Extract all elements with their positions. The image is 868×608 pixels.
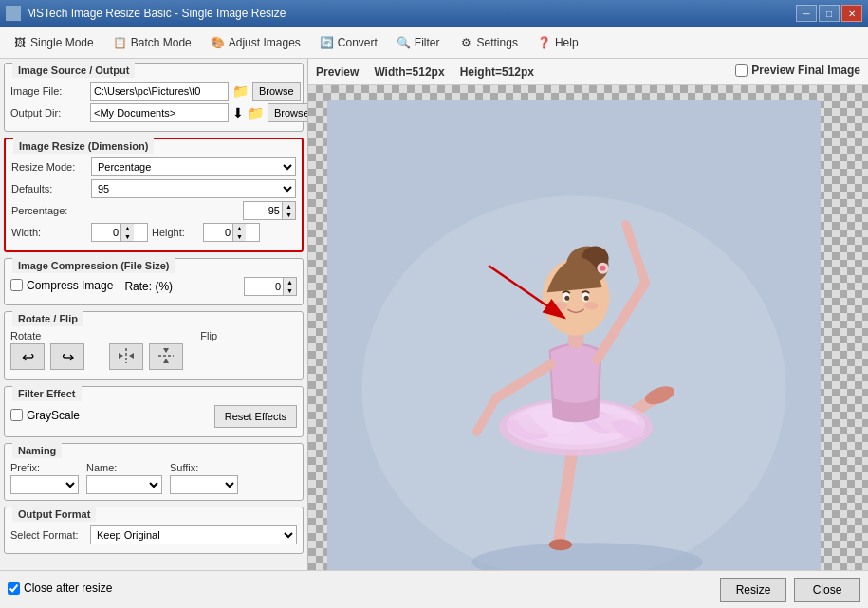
output-browse-icon: 📁 xyxy=(248,105,264,120)
menu-filter[interactable]: 🔍 Filter xyxy=(388,31,449,54)
format-label: Select Format: xyxy=(10,529,86,541)
menu-help[interactable]: ❓ Help xyxy=(528,31,587,54)
single-mode-icon: 🖼 xyxy=(12,35,28,50)
preview-panel: Preview Width=512px Height=512px Preview… xyxy=(308,59,868,570)
preview-width: Width=512px xyxy=(374,65,444,79)
resize-mode-label: Resize Mode: xyxy=(11,161,87,173)
format-select[interactable]: Keep Original JPEG PNG BMP GIF TIFF xyxy=(90,525,297,544)
image-source-title: Image Source / Output xyxy=(12,63,135,78)
height-down-btn[interactable]: ▼ xyxy=(232,232,246,241)
compress-checkbox[interactable] xyxy=(10,279,23,291)
width-input[interactable] xyxy=(92,224,120,241)
flip-label: Flip xyxy=(200,330,217,341)
output-format-title: Output Format xyxy=(12,507,96,522)
menu-adjust-images-label: Adjust Images xyxy=(229,36,301,49)
name-select[interactable] xyxy=(86,475,162,494)
menu-batch-mode[interactable]: 📋 Batch Mode xyxy=(104,31,200,54)
svg-point-12 xyxy=(549,539,572,550)
grayscale-checkbox[interactable] xyxy=(10,409,23,421)
menu-single-mode-label: Single Mode xyxy=(30,36,94,49)
height-input-wrap: ▲ ▼ xyxy=(203,223,260,242)
settings-icon: ⚙ xyxy=(459,35,474,50)
resize-mode-select[interactable]: Percentage Custom Size Long Side xyxy=(91,157,296,176)
percentage-down-btn[interactable]: ▼ xyxy=(282,211,295,219)
preview-final-checkbox[interactable] xyxy=(735,64,748,77)
width-label: Width: xyxy=(11,227,87,238)
batch-mode-icon: 📋 xyxy=(113,35,128,50)
width-down-btn[interactable]: ▼ xyxy=(120,232,134,241)
suffix-label: Suffix: xyxy=(170,462,238,473)
help-icon: ❓ xyxy=(537,35,552,50)
svg-marker-1 xyxy=(119,353,123,359)
image-compression-title: Image Compression (File Size) xyxy=(12,258,175,273)
svg-point-28 xyxy=(554,302,567,309)
rotate-left-icon: ↩ xyxy=(22,348,34,366)
title-bar: MSTech Image Resize Basic - Single Image… xyxy=(0,0,868,27)
menu-convert[interactable]: 🔄 Convert xyxy=(311,31,386,54)
menu-single-mode[interactable]: 🖼 Single Mode xyxy=(4,31,102,54)
rate-input-wrap: ▲ ▼ xyxy=(244,277,297,296)
menu-settings[interactable]: ⚙ Settings xyxy=(451,31,526,54)
menu-settings-label: Settings xyxy=(477,36,518,49)
name-label: Name: xyxy=(86,462,162,473)
svg-marker-4 xyxy=(163,348,169,353)
width-input-wrap: ▲ ▼ xyxy=(91,223,148,242)
menu-filter-label: Filter xyxy=(415,36,440,49)
svg-marker-5 xyxy=(163,359,169,363)
rotate-left-button[interactable]: ↩ xyxy=(10,343,45,370)
minimize-button[interactable]: ─ xyxy=(796,5,817,22)
resize-button[interactable]: Resize xyxy=(720,578,786,602)
file-input[interactable] xyxy=(90,82,229,101)
percentage-label: Percentage: xyxy=(11,205,87,216)
close-after-label: Close after resize xyxy=(24,581,112,595)
reset-effects-button[interactable]: Reset Effects xyxy=(214,405,297,428)
app-icon xyxy=(6,6,21,21)
rotate-flip-title: Rotate / Flip xyxy=(12,311,83,326)
width-up-btn[interactable]: ▲ xyxy=(120,224,134,232)
svg-point-27 xyxy=(584,296,589,301)
percentage-input-wrap: ▲ ▼ xyxy=(243,201,296,220)
percentage-input[interactable] xyxy=(244,202,282,219)
image-resize-section: Image Resize (Dimension) Resize Mode: Pe… xyxy=(4,138,304,252)
rate-label: Rate: (%) xyxy=(124,280,173,293)
flip-horizontal-button[interactable] xyxy=(109,343,143,370)
menu-bar: 🖼 Single Mode 📋 Batch Mode 🎨 Adjust Imag… xyxy=(0,27,868,59)
prefix-label: Prefix: xyxy=(10,462,79,473)
defaults-label: Defaults: xyxy=(11,183,87,194)
left-panel: Image Source / Output Image File: 📁 Brow… xyxy=(0,59,308,570)
suffix-select[interactable] xyxy=(170,475,238,494)
output-label: Output Dir: xyxy=(10,107,86,119)
close-after-checkbox[interactable] xyxy=(8,582,20,595)
close-button[interactable]: ✕ xyxy=(841,5,862,22)
preview-image xyxy=(327,95,821,570)
rate-down-btn[interactable]: ▼ xyxy=(283,286,296,295)
preview-title: Preview xyxy=(316,65,359,79)
height-up-btn[interactable]: ▲ xyxy=(232,224,246,232)
rotate-flip-section: Rotate / Flip Rotate Flip ↩ ↪ xyxy=(4,311,304,380)
maximize-button[interactable]: □ xyxy=(819,5,840,22)
window-title: MSTech Image Resize Basic - Single Image… xyxy=(27,7,286,20)
defaults-select[interactable]: 95 90 80 75 50 xyxy=(91,179,296,198)
output-input[interactable] xyxy=(90,103,229,122)
file-browse-button[interactable]: Browse xyxy=(252,82,301,101)
rate-input[interactable] xyxy=(245,278,283,295)
rate-up-btn[interactable]: ▲ xyxy=(283,278,296,286)
rotate-right-button[interactable]: ↪ xyxy=(50,343,84,370)
image-resize-title: Image Resize (Dimension) xyxy=(13,138,154,154)
prefix-select[interactable] xyxy=(10,475,79,494)
output-arrow-icon: ⬇ xyxy=(232,105,244,120)
bottom-buttons: Resize Close xyxy=(720,578,860,602)
output-browse-button[interactable]: Browse xyxy=(268,103,308,122)
preview-height: Height=512px xyxy=(460,65,534,79)
grayscale-label: GrayScale xyxy=(27,409,80,422)
menu-batch-mode-label: Batch Mode xyxy=(131,36,192,49)
percentage-up-btn[interactable]: ▲ xyxy=(282,202,295,211)
convert-icon: 🔄 xyxy=(320,35,335,50)
height-input[interactable] xyxy=(204,224,232,241)
menu-adjust-images[interactable]: 🎨 Adjust Images xyxy=(202,31,309,54)
flip-vertical-button[interactable] xyxy=(149,343,183,370)
compress-label: Compress Image xyxy=(27,279,113,292)
close-button-bottom[interactable]: Close xyxy=(794,578,860,602)
preview-canvas xyxy=(308,85,868,570)
svg-point-26 xyxy=(564,296,569,301)
